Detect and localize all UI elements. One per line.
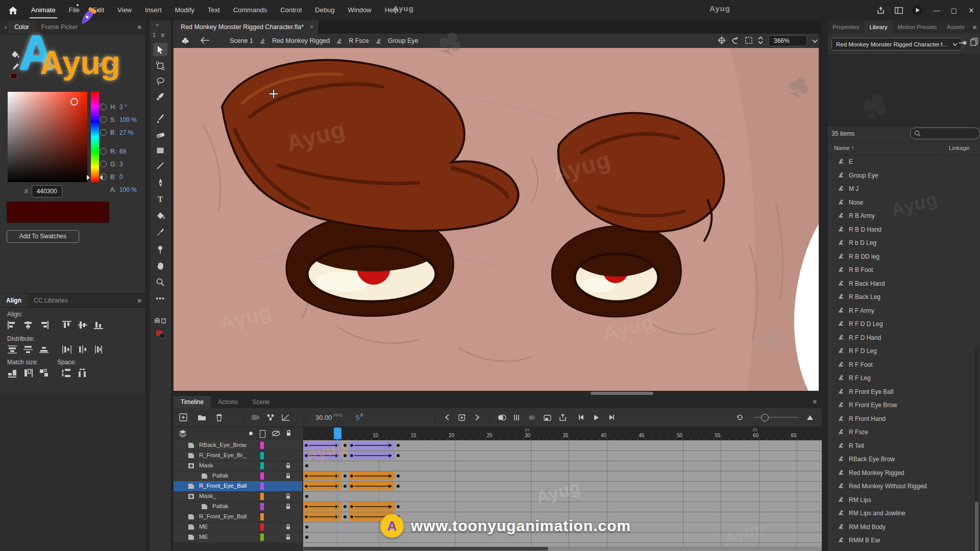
- tween-span[interactable]: [303, 451, 341, 460]
- panel-menu-icon[interactable]: ≡: [137, 23, 141, 31]
- tween-span[interactable]: [303, 441, 341, 449]
- tab-frame-picker[interactable]: Frame Picker: [35, 20, 84, 34]
- menu-insert[interactable]: Insert: [138, 0, 168, 20]
- lasso-tool-icon[interactable]: [153, 74, 167, 88]
- library-item[interactable]: M J: [827, 182, 980, 196]
- clip-content-icon[interactable]: [745, 36, 753, 46]
- match-both-icon[interactable]: [38, 368, 50, 378]
- edit-symbols-icon[interactable]: [182, 37, 189, 45]
- keyframe-dot[interactable]: [397, 505, 400, 508]
- timeline-menu-icon[interactable]: ≡: [813, 398, 817, 406]
- distribute-bottom-icon[interactable]: [38, 344, 50, 355]
- library-item[interactable]: R Back Leg: [827, 290, 980, 304]
- library-scrollbar[interactable]: [974, 347, 979, 551]
- fill-color-icon[interactable]: [11, 51, 20, 60]
- export-frame-icon[interactable]: [555, 411, 571, 424]
- keyframe-dot[interactable]: [305, 495, 308, 498]
- menu-commands[interactable]: Commands: [227, 0, 274, 20]
- tab-cc-libraries[interactable]: CC Libraries: [28, 294, 74, 307]
- delete-layer-icon[interactable]: [211, 411, 227, 424]
- zoom-stepper[interactable]: [758, 36, 763, 46]
- tween-span[interactable]: [349, 512, 394, 521]
- pin-library-icon[interactable]: [958, 40, 967, 47]
- distribute-top-icon[interactable]: [6, 344, 18, 355]
- library-item[interactable]: Red Monkey Rigged: [827, 466, 980, 480]
- timeline-layer[interactable]: ME: [174, 522, 302, 533]
- timeline-layer[interactable]: RBack_Eye_Brow: [174, 440, 302, 451]
- keyframe-dot[interactable]: [397, 454, 400, 457]
- library-item[interactable]: R F D D Leg: [827, 317, 980, 331]
- color-field-value[interactable]: 3 °: [119, 104, 127, 111]
- color-field-value[interactable]: 0: [119, 173, 123, 181]
- edit-multiple-frames-icon[interactable]: [525, 411, 540, 424]
- tools-menu-icon[interactable]: ≡: [161, 32, 164, 39]
- graph-editor-icon[interactable]: [278, 411, 293, 424]
- timeline-layer[interactable]: R_Front_Eye_Ball: [174, 481, 302, 492]
- frames-row[interactable]: [303, 440, 822, 451]
- library-document-dropdown[interactable]: Red Monkey Monster Rigged Character.f...: [831, 38, 962, 51]
- tween-span[interactable]: [349, 471, 394, 480]
- zoom-tool-icon[interactable]: [153, 276, 167, 289]
- menu-animate[interactable]: Animate: [24, 0, 62, 20]
- hand-tool-icon[interactable]: [153, 259, 167, 272]
- keyframe-dot[interactable]: [344, 474, 347, 478]
- timeline-layer[interactable]: Pallak: [174, 471, 302, 482]
- step-back-icon[interactable]: [574, 411, 589, 424]
- scrollbar-thumb[interactable]: [975, 502, 978, 551]
- new-library-panel-icon[interactable]: [970, 38, 978, 47]
- color-field-value[interactable]: 3: [119, 161, 123, 168]
- camera-icon[interactable]: [248, 411, 263, 424]
- color-field-value[interactable]: 68: [119, 148, 126, 155]
- show-all-dot-icon[interactable]: [249, 432, 253, 435]
- keyframe-dot[interactable]: [344, 515, 347, 518]
- tween-span[interactable]: [349, 451, 394, 460]
- frames-row[interactable]: [303, 512, 822, 522]
- timeline-layer[interactable]: Mask: [174, 461, 302, 471]
- new-layer-icon[interactable]: [176, 411, 191, 424]
- frames-row[interactable]: [303, 481, 822, 492]
- lock-layers-icon[interactable]: [286, 430, 291, 438]
- library-tab-properties[interactable]: Properties: [827, 20, 864, 34]
- library-item[interactable]: R B Foot: [827, 263, 980, 277]
- align-bottom-icon[interactable]: [92, 320, 105, 330]
- insert-keyframe-icon[interactable]: [455, 411, 470, 424]
- library-item[interactable]: Group Eye: [827, 169, 980, 183]
- frames-row[interactable]: [303, 491, 822, 502]
- align-vertical-center-icon[interactable]: [77, 320, 89, 330]
- maximize-button[interactable]: ▢: [945, 0, 963, 20]
- collapse-panel-icon[interactable]: «: [4, 24, 7, 30]
- keyframe-dot[interactable]: [397, 444, 400, 447]
- hue-slider[interactable]: [91, 92, 99, 182]
- color-field-value[interactable]: 27 %: [119, 129, 133, 136]
- library-menu-icon[interactable]: ≡: [972, 23, 976, 31]
- timeline-layer[interactable]: R_Front_Eye_Ball: [174, 512, 302, 522]
- align-horizontal-center-icon[interactable]: [22, 320, 34, 330]
- library-item[interactable]: R F D Leg: [827, 344, 980, 358]
- scrollbar-thumb[interactable]: [303, 547, 548, 550]
- timeline-horizontal-scrollbar[interactable]: [303, 546, 822, 551]
- library-item[interactable]: R b D Leg: [827, 236, 980, 250]
- onion-skin-icon[interactable]: [494, 411, 509, 424]
- create-classic-tween-icon[interactable]: [540, 411, 555, 424]
- close-document-icon[interactable]: ×: [310, 23, 313, 31]
- lock-icon[interactable]: [285, 524, 291, 531]
- line-tool-icon[interactable]: [153, 159, 167, 172]
- library-search-input[interactable]: [910, 128, 980, 139]
- library-item[interactable]: R Tell: [827, 439, 980, 453]
- match-height-icon[interactable]: [22, 368, 34, 378]
- library-tab-library[interactable]: Library: [864, 20, 892, 34]
- eraser-tool-icon[interactable]: [153, 128, 167, 141]
- stage-canvas[interactable]: [174, 48, 819, 391]
- frames-row[interactable]: [303, 450, 822, 461]
- selection-tool-icon[interactable]: [153, 43, 167, 56]
- library-item[interactable]: R Front Eye Brow: [827, 398, 980, 412]
- keyframe-dot[interactable]: [305, 464, 308, 467]
- panel-menu-icon[interactable]: ≡: [137, 297, 141, 305]
- column-linkage[interactable]: Linkage: [949, 145, 969, 151]
- library-item[interactable]: R B D Hand: [827, 223, 980, 237]
- menu-control[interactable]: Control: [274, 0, 308, 20]
- swap-colors-chip[interactable]: [10, 73, 17, 79]
- frames-row[interactable]: [303, 502, 822, 512]
- playhead-handle[interactable]: [334, 428, 341, 439]
- document-tab[interactable]: Red Monkey Monster Rigged Character.fla*…: [174, 20, 319, 34]
